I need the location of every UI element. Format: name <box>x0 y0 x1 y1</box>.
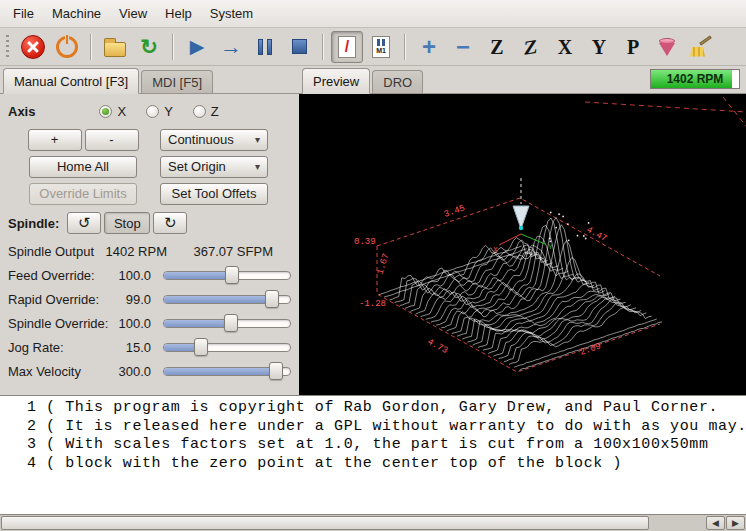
slider-trough[interactable] <box>163 343 291 352</box>
line-number: 2 <box>0 418 36 437</box>
feed-override-label: Feed Override: <box>8 268 111 283</box>
machine-power-button[interactable] <box>51 31 83 63</box>
set-origin-label: Set Origin <box>168 159 226 174</box>
set-origin-dropdown[interactable]: Set Origin ▾ <box>160 156 268 178</box>
axis-radio-z[interactable]: Z <box>193 104 219 119</box>
linuxcnc-axis-window: File Machine View Help System ↻ ▶ → <box>0 0 746 531</box>
gcode-line[interactable]: 1( This program is copyright of Rab Gord… <box>0 399 746 418</box>
scrollbar-track[interactable] <box>649 515 706 531</box>
menu-file[interactable]: File <box>4 0 43 27</box>
slider-fill <box>164 272 232 279</box>
feed-override-row: Feed Override: 100.0 <box>6 263 293 287</box>
home-all-button[interactable]: Home All <box>29 156 137 178</box>
gcode-line[interactable]: 4( block with the zero point at the cent… <box>0 455 746 474</box>
svg-text:2.09: 2.09 <box>579 341 603 357</box>
tab-manual-control[interactable]: Manual Control [F3] <box>3 68 139 94</box>
spindle-forward-button[interactable]: ↻ <box>153 212 187 234</box>
slider-handle[interactable] <box>194 338 208 356</box>
max-velocity-row: Max Velocity 300.0 <box>6 359 293 383</box>
pause-icon <box>258 39 272 55</box>
spindle-stop-button[interactable]: Stop <box>104 212 150 234</box>
spindle-reverse-button[interactable]: ↺ <box>67 212 101 234</box>
slider-handle[interactable] <box>224 314 238 332</box>
run-next-line-button[interactable]: → <box>215 31 247 63</box>
svg-text:X: X <box>493 245 498 254</box>
axis-radio-y[interactable]: Y <box>146 104 173 119</box>
stop-button[interactable] <box>283 31 315 63</box>
top-view-button[interactable]: Z <box>481 31 513 63</box>
radio-selected-icon <box>99 105 112 118</box>
scroll-left-button[interactable]: ◀ <box>706 516 725 530</box>
tab-dro[interactable]: DRO <box>372 70 423 93</box>
menu-machine[interactable]: Machine <box>43 0 110 27</box>
zoom-out-button[interactable]: − <box>447 31 479 63</box>
jog-rate-row: Jog Rate: 15.0 <box>6 335 293 359</box>
set-tool-offsets-button[interactable]: Set Tool Offets <box>160 183 268 205</box>
svg-text:Y: Y <box>548 242 553 251</box>
main-area: Manual Control [F3] MDI [F5] Axis X Y <box>0 66 746 395</box>
open-file-button[interactable] <box>99 31 131 63</box>
rotate-cone-icon <box>656 36 678 58</box>
zoom-in-button[interactable]: + <box>413 31 445 63</box>
toolbar-separator <box>90 34 92 60</box>
chevron-down-icon: ▾ <box>255 134 260 145</box>
toolbar-drag-handle[interactable] <box>6 35 9 59</box>
menu-system[interactable]: System <box>201 0 262 27</box>
rotate-view-button[interactable] <box>651 31 683 63</box>
axis-y-label: Y <box>164 104 173 119</box>
spindle-override-slider[interactable] <box>163 314 291 332</box>
line-number: 1 <box>0 399 36 418</box>
jog-rate-label: Jog Rate: <box>8 340 111 355</box>
scroll-right-button[interactable]: ▶ <box>726 516 745 530</box>
rapid-override-slider[interactable] <box>163 290 291 308</box>
jog-mode-dropdown[interactable]: Continuous ▾ <box>160 129 268 151</box>
line-text: ( This program is copyright of Rab Gordo… <box>46 399 718 416</box>
slider-handle[interactable] <box>225 266 239 284</box>
minus-icon: − <box>456 35 470 59</box>
gcode-line[interactable]: 2( It is released here under a GPL witho… <box>0 418 746 437</box>
toolbar-separator <box>322 34 324 60</box>
menu-view[interactable]: View <box>110 0 156 27</box>
spindle-controls-row: Spindle: ↺ Stop ↻ <box>6 207 293 239</box>
perspective-view-icon: P <box>627 37 639 57</box>
front-view-icon: Y <box>592 37 606 57</box>
preview-panel: Preview DRO 1402 RPM XY0.391.67-1.284.73… <box>299 66 746 395</box>
side-view-button[interactable]: X <box>549 31 581 63</box>
jog-plus-button[interactable]: + <box>28 129 82 151</box>
gcode-line[interactable]: 3( With scales factors set at 1.0, the p… <box>0 436 746 455</box>
override-limits-button[interactable]: Override Limits <box>29 183 137 205</box>
pause-button[interactable] <box>249 31 281 63</box>
tab-preview[interactable]: Preview <box>302 68 370 94</box>
run-program-button[interactable]: ▶ <box>181 31 213 63</box>
optional-pause-button[interactable]: M1 <box>365 31 397 63</box>
rotated-top-view-button[interactable]: Z <box>515 31 547 63</box>
front-view-button[interactable]: Y <box>583 31 615 63</box>
axis-radio-x[interactable]: X <box>99 104 126 119</box>
top-view-icon: Z <box>490 37 503 57</box>
preview-3d-canvas[interactable]: XY0.391.67-1.284.732.093.454.47 <box>299 94 746 395</box>
perspective-view-button[interactable]: P <box>617 31 649 63</box>
scrollbar-thumb[interactable] <box>1 516 649 530</box>
menu-help[interactable]: Help <box>156 0 201 27</box>
rapid-override-value: 99.0 <box>111 292 151 307</box>
feed-override-slider[interactable] <box>163 266 291 284</box>
spindle-rpm-value: 1402 RPM <box>101 244 167 259</box>
svg-text:4.47: 4.47 <box>585 225 609 244</box>
toolbar-separator <box>404 34 406 60</box>
horizontal-scrollbar[interactable]: ◀ ▶ <box>0 515 746 531</box>
reload-file-button[interactable]: ↻ <box>133 31 165 63</box>
axis-select-row: Axis X Y Z <box>6 96 293 126</box>
jog-minus-button[interactable]: - <box>85 129 139 151</box>
folder-icon <box>104 42 126 57</box>
skip-lines-button[interactable]: / <box>331 31 363 63</box>
chevron-down-icon: ▾ <box>255 161 260 172</box>
estop-button[interactable] <box>17 31 49 63</box>
tab-mdi[interactable]: MDI [F5] <box>141 70 213 93</box>
max-velocity-slider[interactable] <box>163 362 291 380</box>
slider-handle[interactable] <box>269 362 283 380</box>
gcode-listing[interactable]: 1( This program is copyright of Rab Gord… <box>0 395 746 515</box>
clear-plot-button[interactable] <box>685 31 717 63</box>
radio-icon <box>193 105 206 118</box>
jog-rate-slider[interactable] <box>163 338 291 356</box>
slider-handle[interactable] <box>265 290 279 308</box>
